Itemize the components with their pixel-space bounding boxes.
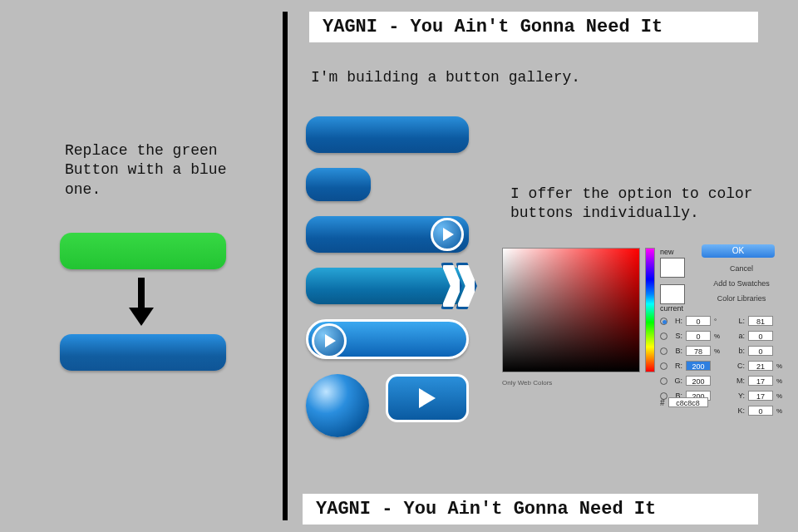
swatch-current-box (660, 284, 685, 304)
label-s: S: (671, 332, 682, 340)
label-g: G: (671, 377, 682, 385)
swatch-new: new (660, 248, 685, 278)
gallery-button-play-right[interactable] (306, 216, 469, 253)
radio-g[interactable] (660, 377, 667, 385)
label-K: K: (730, 406, 745, 415)
label-h: H: (671, 317, 682, 325)
label-M: M: (730, 377, 745, 385)
unit-pct: % (714, 332, 722, 340)
input-s[interactable]: 0 (686, 331, 711, 341)
gallery-button-play-left[interactable] (306, 319, 469, 359)
unit-pct: % (776, 392, 785, 400)
input-a[interactable]: 0 (748, 331, 773, 341)
gallery-caption: I'm building a button gallery. (311, 68, 580, 87)
input-bL[interactable]: 0 (748, 346, 773, 356)
gallery-button-small[interactable] (306, 168, 371, 201)
play-icon (431, 218, 464, 251)
play-icon (312, 323, 347, 358)
hex-row: # c8c8c8 (660, 397, 708, 407)
input-hex[interactable]: c8c8c8 (668, 397, 708, 407)
only-web-colors-label: Only Web Colors (502, 379, 552, 387)
ok-button[interactable]: OK (702, 244, 775, 258)
radio-b[interactable] (660, 347, 667, 355)
unit-pct: % (776, 377, 785, 385)
label-a: a: (730, 332, 745, 340)
input-L[interactable]: 81 (748, 316, 773, 326)
button-gallery (306, 116, 469, 437)
right-panel: YAGNI - You Ain't Gonna Need It I'm buil… (288, 0, 798, 532)
input-g[interactable]: 200 (686, 376, 711, 386)
chevron-right-icon (447, 263, 477, 309)
color-libraries-button[interactable]: Color Libraries (702, 294, 781, 303)
unit-deg: ° (714, 318, 722, 325)
option-caption: I offer the option to color buttons indi… (510, 185, 776, 224)
unit-pct: % (776, 407, 785, 415)
swatch-current: current (660, 284, 685, 313)
arrow-down-icon (129, 278, 154, 328)
input-M[interactable]: 17 (748, 376, 773, 386)
label-Y: Y: (730, 392, 745, 400)
hash-label: # (660, 398, 665, 407)
green-button[interactable] (60, 233, 226, 269)
radio-s[interactable] (660, 332, 667, 340)
title-bottom: YAGNI - You Ain't Gonna Need It (303, 494, 758, 525)
blue-button[interactable] (60, 334, 226, 371)
gallery-button-rect-play[interactable] (386, 374, 469, 422)
add-to-swatches-button[interactable]: Add to Swatches (702, 279, 781, 288)
input-r[interactable]: 200 (686, 361, 711, 371)
swatch-current-label: current (660, 304, 685, 313)
color-gradient[interactable] (502, 248, 640, 372)
input-C[interactable]: 21 (748, 361, 773, 371)
left-panel: Replace the green Button with a blue one… (0, 0, 283, 532)
radio-r[interactable] (660, 362, 667, 370)
gallery-button-chevrons[interactable] (306, 268, 469, 304)
input-bv[interactable]: 78 (686, 346, 711, 356)
label-C: C: (730, 362, 745, 370)
label-r: R: (671, 362, 682, 370)
gallery-button-orb[interactable] (306, 374, 369, 437)
unit-pct: % (714, 347, 722, 355)
hue-slider[interactable] (645, 248, 655, 372)
input-h[interactable]: 0 (686, 316, 711, 326)
play-icon (419, 388, 436, 408)
unit-pct: % (776, 362, 785, 370)
label-bL: b: (730, 347, 745, 355)
color-picker: new current Only Web Colors OK Cancel Ad… (502, 248, 785, 414)
label-b: B: (671, 347, 682, 355)
swatch-new-box (660, 258, 685, 278)
title-top: YAGNI - You Ain't Gonna Need It (309, 12, 758, 42)
cancel-button[interactable]: Cancel (702, 264, 781, 273)
swatch-new-label: new (660, 248, 685, 256)
left-instruction: Replace the green Button with a blue one… (65, 141, 256, 200)
gallery-button-wide[interactable] (306, 116, 469, 153)
input-Y[interactable]: 17 (748, 391, 773, 401)
input-K[interactable]: 0 (748, 406, 773, 416)
radio-h[interactable] (660, 318, 667, 325)
label-L: L: (730, 317, 745, 325)
